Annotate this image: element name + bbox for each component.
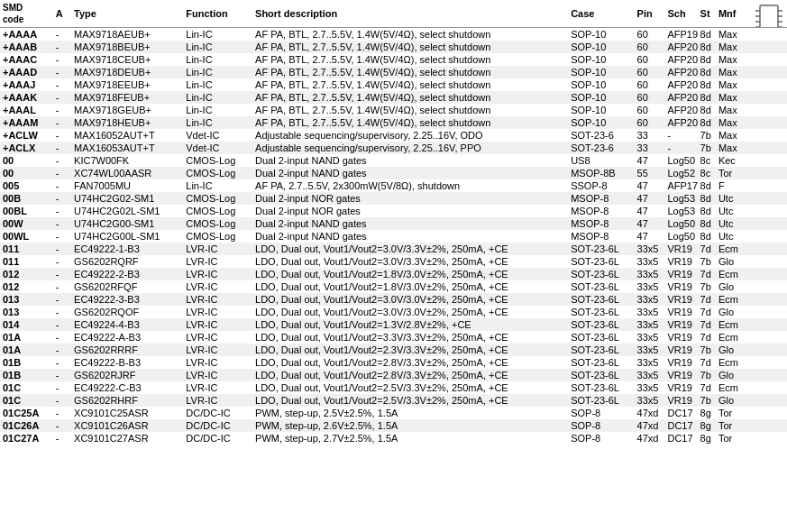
- cell-case: SOT-23-6L: [568, 293, 634, 306]
- cell-desc: LDO, Dual out, Vout1/Vout2=2.5V/3.3V±2%,…: [252, 381, 568, 394]
- cell-st: 8c: [698, 154, 716, 167]
- cell-st: 8g: [698, 419, 716, 432]
- cell-desc: Dual 2-input NAND gates: [252, 154, 568, 167]
- table-row: +AAAA-MAX9718AEUB+Lin-ICAF PA, BTL, 2.7.…: [0, 28, 787, 41]
- cell-desc: AF PA, BTL, 2.7..5.5V, 1.4W(5V/4Ω), sele…: [252, 28, 568, 41]
- table-row: 011-GS6202RQRFLVR-ICLDO, Dual out, Vout1…: [0, 255, 787, 268]
- table-row: +ACLW-MAX16052AUT+TVdet-ICAdjustable seq…: [0, 129, 787, 142]
- cell-pin: 33x5: [635, 293, 665, 306]
- cell-case: SOT-23-6L: [568, 356, 634, 369]
- cell-st: 8d: [698, 230, 716, 243]
- cell-sch: VR19: [664, 293, 697, 306]
- cell-function: LVR-IC: [183, 243, 252, 255]
- cell-smd: 011: [0, 255, 53, 268]
- cell-a: -: [53, 217, 71, 230]
- cell-mnf: Glo: [716, 394, 746, 407]
- cell-case: SOP-8: [568, 407, 634, 419]
- cell-mnf: Max: [716, 116, 746, 129]
- cell-img: [746, 331, 787, 344]
- cell-function: CMOS-Log: [183, 154, 252, 167]
- cell-smd: 012: [0, 280, 53, 293]
- cell-st: 7b: [698, 394, 716, 407]
- cell-case: SOT-23-6L: [568, 255, 634, 268]
- cell-img: [746, 369, 787, 381]
- cell-case: MSOP-8: [568, 192, 634, 205]
- cell-mnf: Max: [716, 142, 746, 154]
- cell-case: SOT-23-6L: [568, 280, 634, 293]
- cell-img: [746, 280, 787, 293]
- cell-case: SOP-10: [568, 53, 634, 66]
- cell-mnf: Tor: [716, 432, 746, 445]
- cell-pin: 33x5: [635, 243, 665, 255]
- cell-smd: 01C26A: [0, 419, 53, 432]
- cell-sch: VR19: [664, 255, 697, 268]
- cell-sch: VR19: [664, 280, 697, 293]
- cell-st: 7b: [698, 280, 716, 293]
- cell-mnf: F: [716, 179, 746, 192]
- cell-st: 8d: [698, 91, 716, 104]
- cell-a: -: [53, 142, 71, 154]
- cell-function: CMOS-Log: [183, 205, 252, 217]
- cell-pin: 33x5: [635, 344, 665, 356]
- table-row: +AAAC-MAX9718CEUB+Lin-ICAF PA, BTL, 2.7.…: [0, 53, 787, 66]
- cell-type: XC74WL00AASR: [71, 167, 183, 179]
- cell-smd: +ACLW: [0, 129, 53, 142]
- cell-pin: 60: [635, 91, 665, 104]
- cell-pin: 33: [635, 129, 665, 142]
- cell-smd: 01A: [0, 331, 53, 344]
- cell-pin: 60: [635, 78, 665, 91]
- cell-type: EC49222-C-B3: [71, 381, 183, 394]
- cell-a: -: [53, 419, 71, 432]
- cell-desc: LDO, Dual out, Vout1/Vout2=1.8V/3.0V±2%,…: [252, 280, 568, 293]
- table-row: 012-EC49222-2-B3LVR-ICLDO, Dual out, Vou…: [0, 268, 787, 280]
- table-row: 01C27A-XC9101C27ASRDC/DC-ICPWM, step-up,…: [0, 432, 787, 445]
- cell-function: CMOS-Log: [183, 167, 252, 179]
- cell-img: [746, 53, 787, 66]
- cell-img: [746, 154, 787, 167]
- cell-type: MAX9718FEUB+: [71, 91, 183, 104]
- cell-a: -: [53, 154, 71, 167]
- table-row: 00WL-U74HC2G00L-SM1CMOS-LogDual 2-input …: [0, 230, 787, 243]
- cell-sch: DC17: [664, 432, 697, 445]
- cell-st: 7d: [698, 318, 716, 331]
- cell-img: [746, 66, 787, 78]
- cell-smd: 011: [0, 243, 53, 255]
- cell-st: 8d: [698, 78, 716, 91]
- cell-pin: 33x5: [635, 318, 665, 331]
- cell-img: [746, 407, 787, 419]
- cell-pin: 33: [635, 142, 665, 154]
- cell-sch: VR19: [664, 243, 697, 255]
- cell-img: [746, 28, 787, 41]
- cell-sch: VR19: [664, 331, 697, 344]
- cell-img: [746, 432, 787, 445]
- cell-smd: 00WL: [0, 230, 53, 243]
- cell-smd: 01B: [0, 369, 53, 381]
- cell-desc: AF PA, BTL, 2.7..5.5V, 1.4W(5V/4Ω), sele…: [252, 116, 568, 129]
- cell-img: [746, 394, 787, 407]
- cell-type: XC9101C26ASR: [71, 419, 183, 432]
- cell-smd: 012: [0, 268, 53, 280]
- table-row: 00B-U74HC2G02-SM1CMOS-LogDual 2-input NO…: [0, 192, 787, 205]
- cell-mnf: Max: [716, 66, 746, 78]
- table-row: 011-EC49222-1-B3LVR-ICLDO, Dual out, Vou…: [0, 243, 787, 255]
- cell-function: LVR-IC: [183, 306, 252, 318]
- cell-img: [746, 243, 787, 255]
- cell-sch: VR19: [664, 306, 697, 318]
- cell-st: 7d: [698, 306, 716, 318]
- cell-mnf: Glo: [716, 280, 746, 293]
- cell-a: -: [53, 394, 71, 407]
- header-function: Function: [183, 0, 252, 28]
- cell-case: SOT-23-6L: [568, 306, 634, 318]
- cell-pin: 55: [635, 167, 665, 179]
- cell-function: LVR-IC: [183, 344, 252, 356]
- cell-case: SOP-10: [568, 116, 634, 129]
- cell-case: SOP-10: [568, 78, 634, 91]
- cell-a: -: [53, 205, 71, 217]
- cell-img: [746, 192, 787, 205]
- cell-mnf: Glo: [716, 369, 746, 381]
- cell-smd: +AAAB: [0, 41, 53, 53]
- cell-img: [746, 129, 787, 142]
- table-row: +AAAK-MAX9718FEUB+Lin-ICAF PA, BTL, 2.7.…: [0, 91, 787, 104]
- cell-smd: 00B: [0, 192, 53, 205]
- cell-st: 7b: [698, 369, 716, 381]
